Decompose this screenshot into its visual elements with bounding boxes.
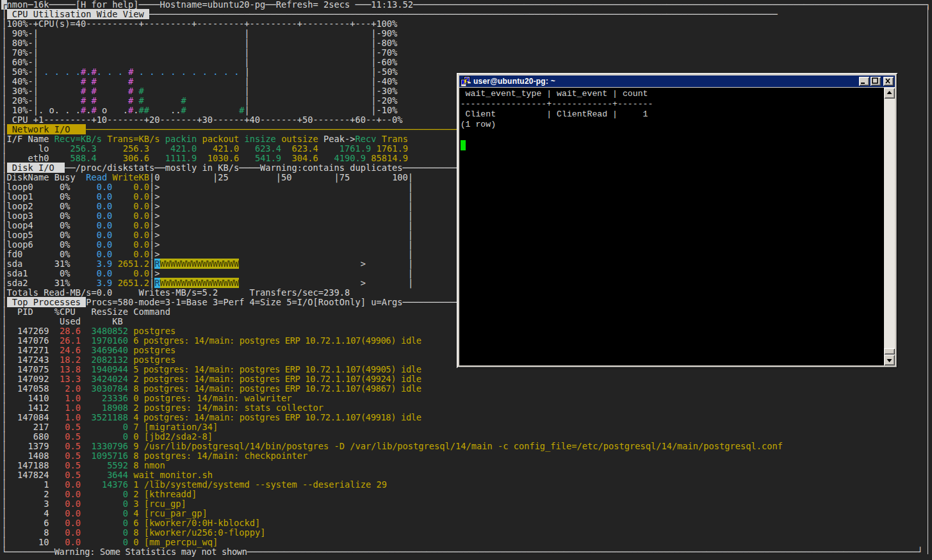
text-run: 0.5: [65, 470, 81, 480]
text-run: > |: [239, 278, 413, 288]
scroll-up-button[interactable]: [884, 88, 895, 99]
text-run: [276, 134, 281, 144]
text-run: Recv=KB/s: [54, 134, 102, 144]
text-run: 13.8: [60, 364, 81, 374]
text-run: #: [81, 67, 86, 77]
text-run: #: [181, 95, 186, 106]
text-run: 14376: [102, 479, 128, 490]
text-run: [133, 86, 138, 96]
text-run: │DiskName Busy: [1, 172, 86, 182]
text-run: [112, 191, 133, 202]
text-run: 0: [123, 508, 128, 518]
text-run: 2.0: [65, 383, 81, 394]
text-run: [133, 67, 138, 77]
scrollbar-thumb[interactable]: [884, 348, 895, 355]
text-run: | |-20%: [186, 95, 398, 106]
text-run: 1.0: [65, 412, 81, 422]
terminal-line: │ 147092 13.3 3424024 2 postgres: 14/mai…: [1, 374, 932, 384]
putty-cursor: [461, 140, 466, 150]
text-run: │fd0 0%: [1, 249, 96, 259]
text-run: 2651.2: [118, 278, 149, 288]
text-run: 256.3: [70, 143, 96, 154]
text-run: [133, 95, 138, 106]
text-run: ##: [139, 105, 149, 115]
terminal-line: │ 4 0.0 0 4 [rcu_par_gp]: [1, 509, 932, 518]
text-run: 0.0: [65, 518, 81, 528]
minimize-button[interactable]: [859, 77, 869, 86]
text-run: .: [133, 105, 138, 115]
text-run: [366, 153, 371, 163]
text-run: 0.0: [133, 220, 149, 230]
text-run: [81, 431, 123, 442]
text-run: .: [54, 67, 60, 77]
text-run: 3 [rcu_gp]: [133, 499, 186, 509]
text-run: │ PID %CPU ResSize Command: [1, 307, 170, 317]
text-run: 0 [mm_percpu_wq]: [133, 537, 218, 547]
text-run: [239, 153, 255, 163]
text-run: [197, 153, 207, 163]
text-run: 2082132: [91, 355, 128, 365]
text-run: nmon─16k─────[H for help]────Hostname=ub…: [7, 0, 931, 10]
text-run: │loop1 0%: [1, 191, 96, 202]
text-run: [239, 143, 255, 154]
text-run: [176, 67, 181, 77]
text-run: │sda2 31%: [1, 278, 96, 288]
text-run: 8 postgres: 14/main: checkpointer: [133, 451, 307, 461]
text-run: │ 50%-|: [1, 67, 44, 77]
text-run: │ 147076: [1, 335, 60, 346]
text-run: 2 [kthreadd]: [133, 489, 197, 499]
text-run: 4190.9: [334, 153, 366, 163]
text-run: 3030784: [91, 383, 128, 394]
text-run: 2651.2: [118, 259, 149, 269]
terminal-line: │ 3 0.0 0 3 [rcu_gp]: [1, 499, 932, 509]
text-run: │loop5 0%: [1, 230, 96, 240]
scroll-down-button[interactable]: [884, 355, 895, 365]
text-run: [318, 153, 334, 163]
text-run: 0: [123, 537, 128, 547]
text-run: │loop2 0%: [1, 201, 96, 211]
putty-titlebar[interactable]: user@ubuntu20-pg: ~: [459, 76, 895, 87]
text-run: [112, 268, 133, 278]
text-run: │ 147084: [1, 412, 65, 422]
text-run: │ 30%-|: [1, 86, 81, 96]
text-run: │ 147058: [1, 383, 65, 394]
text-run: [81, 364, 91, 374]
text-run: │sda1 0%: [1, 268, 96, 278]
text-run: 1761.9: [376, 143, 407, 154]
text-run: > |: [239, 259, 413, 269]
text-run: [112, 182, 133, 192]
text-run: 0.0: [97, 249, 113, 259]
text-run: │ eth0: [1, 153, 70, 163]
text-run: │loop0 0%: [1, 182, 96, 192]
text-run: │ 20%-|: [1, 95, 81, 106]
text-run: ..: [149, 105, 181, 115]
text-run: │ 10: [1, 537, 65, 547]
text-run: 1111.9: [165, 153, 197, 163]
text-run: │Totals Read-MB/s=0.0 Writes-MB/s=5.2 Tr…: [1, 287, 350, 298]
putty-terminal[interactable]: wait_event_type | wait_event | count ---…: [459, 88, 895, 365]
text-run: #: [181, 105, 186, 115]
text-run: 0: [123, 489, 128, 499]
text-run: 541.9: [255, 153, 281, 163]
text-run: 0.5: [65, 460, 81, 470]
text-run: 0.0: [97, 191, 113, 202]
text-run: 7 [migration/34]: [133, 422, 218, 432]
text-run: [123, 67, 128, 77]
text-run: │100%-+CPU(s)=40----------+---------+---…: [1, 19, 397, 29]
text-run: 0.0: [133, 239, 149, 250]
text-run: │ 90%-| | |-90%: [1, 28, 397, 38]
text-run: Peak->: [318, 134, 356, 144]
text-run: │ 80%-| | |-80%: [1, 38, 397, 48]
text-run: 0.0: [97, 268, 113, 278]
text-run: WriteKB: [112, 172, 149, 182]
text-run: [144, 67, 149, 77]
maximize-button[interactable]: [871, 77, 881, 86]
text-run: [144, 95, 181, 106]
text-run: │ 8: [1, 527, 65, 538]
text-run: postgres: [133, 326, 176, 336]
close-button[interactable]: [883, 77, 894, 86]
putty-scrollbar[interactable]: [884, 88, 895, 365]
terminal-line: │ 60%-| | |-60%: [1, 58, 932, 67]
text-run: #: [91, 105, 96, 115]
text-run: 85814.9: [371, 153, 408, 163]
